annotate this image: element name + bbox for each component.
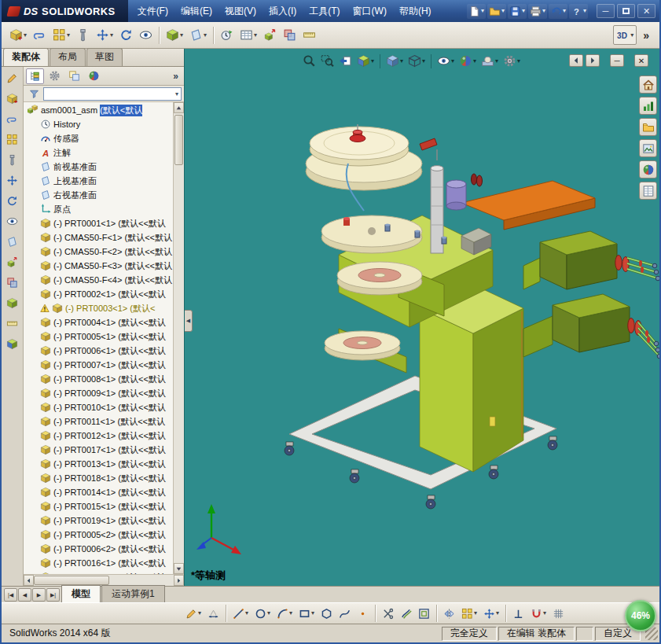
featuremanager-tab[interactable] bbox=[26, 68, 44, 84]
solidworks-resources-tab[interactable] bbox=[639, 75, 657, 94]
section-view-button[interactable] bbox=[4, 336, 21, 352]
last-tab-button[interactable]: ▶| bbox=[46, 588, 60, 602]
tree-root-item[interactable]: asm0001_asm (默认<默认 bbox=[24, 103, 173, 117]
smart-fasteners-button[interactable] bbox=[74, 26, 92, 44]
tree-item[interactable]: (-) PRT0011<1> (默认<<默认 bbox=[24, 414, 173, 429]
linear-component-pattern-button[interactable]: ▾ bbox=[50, 26, 72, 44]
new-document-button[interactable]: ▾ bbox=[467, 4, 486, 19]
move-component-button[interactable]: ▾ bbox=[94, 26, 116, 44]
tree-item[interactable]: 右视基准面 bbox=[24, 188, 173, 202]
tree-item[interactable]: 传感器 bbox=[24, 131, 173, 145]
tree-item[interactable]: (-) PRT0006<1> (默认<<默认 bbox=[24, 344, 173, 358]
mate-button[interactable] bbox=[31, 26, 49, 44]
orange-plate[interactable] bbox=[461, 181, 595, 230]
measure-button[interactable] bbox=[300, 26, 318, 44]
move-entities-button[interactable]: ▾ bbox=[481, 605, 501, 622]
tree-item[interactable]: (-) PRT0005<2> (默认<<默认 bbox=[24, 528, 173, 542]
menu-help[interactable]: 帮助(H) bbox=[393, 2, 438, 21]
tree-item[interactable]: (-) PRT0012<1> (默认<<默认 bbox=[24, 429, 173, 443]
tree-item[interactable]: (-) PRT0016<2> (默认<<默认 bbox=[24, 570, 173, 574]
next-tab-button[interactable]: ▶ bbox=[32, 588, 46, 602]
scroll-thumb[interactable] bbox=[34, 576, 109, 585]
right-lower-assembly[interactable] bbox=[523, 294, 659, 359]
tree-item[interactable]: (-) PRT0014<1> (默认<<默认 bbox=[24, 485, 173, 499]
menu-window[interactable]: 窗口(W) bbox=[347, 2, 393, 21]
tree-item[interactable]: (-) PRT0009<1> (默认<<默认 bbox=[24, 386, 173, 400]
filter-input[interactable]: ▾ bbox=[43, 87, 182, 101]
menu-file[interactable]: 文件(F) bbox=[131, 2, 174, 21]
tree-item[interactable]: (-) PRT0001<1> (默认<<默认 bbox=[24, 216, 173, 230]
scroll-track[interactable] bbox=[109, 575, 174, 586]
open-document-button[interactable]: ▾ bbox=[487, 4, 506, 19]
zoom-to-area-button[interactable] bbox=[319, 53, 336, 69]
close-document-button[interactable]: ✕ bbox=[634, 54, 648, 67]
arc-button[interactable]: ▾ bbox=[274, 605, 295, 622]
tree-vertical-scrollbar[interactable] bbox=[173, 102, 184, 574]
tab-motion-study[interactable]: 运动算例1 bbox=[101, 585, 165, 602]
print-button[interactable]: ▾ bbox=[528, 4, 547, 19]
tree-item[interactable]: (-) PRT0002<1> (默认<<默认 bbox=[24, 287, 173, 301]
edit-component-button[interactable] bbox=[4, 70, 21, 86]
scroll-left-icon[interactable] bbox=[24, 575, 34, 586]
tab-layout[interactable]: 布局 bbox=[50, 48, 86, 66]
tab-sketch[interactable]: 草图 bbox=[86, 48, 123, 66]
tab-model[interactable]: 模型 bbox=[61, 585, 101, 602]
insert-components-button[interactable]: + bbox=[4, 90, 21, 107]
scroll-right-icon[interactable] bbox=[174, 575, 184, 586]
minimize-button[interactable]: ─ bbox=[597, 4, 615, 18]
edit-appearance-button[interactable]: ▾ bbox=[457, 53, 478, 69]
close-button[interactable]: ✕ bbox=[637, 4, 655, 18]
tree-item[interactable]: (-) PRT0015<1> (默认<<默认 bbox=[24, 499, 173, 513]
sketch-button[interactable]: ▾ bbox=[183, 605, 204, 622]
coil-spool-lower[interactable] bbox=[325, 329, 406, 373]
linear-sketch-pattern-button[interactable]: ▾ bbox=[459, 605, 479, 622]
view-settings-button[interactable]: ▾ bbox=[501, 53, 522, 69]
middle-disc[interactable] bbox=[321, 215, 422, 253]
menu-edit[interactable]: 编辑(E) bbox=[174, 2, 218, 21]
tree-item[interactable]: (-) CMAS50-F<2> (默认<<默认 bbox=[24, 245, 173, 259]
circle-button[interactable]: ▾ bbox=[252, 605, 273, 622]
tree-item[interactable]: (-) PRT0004<1> (默认<<默认 bbox=[24, 315, 173, 329]
bill-of-materials-button[interactable]: ▾ bbox=[237, 26, 259, 44]
tab-assembly[interactable]: 装配体 bbox=[3, 48, 49, 66]
design-library-tab[interactable] bbox=[639, 97, 657, 115]
tree-item[interactable]: (-) PRT0019<1> (默认<<默认 bbox=[24, 513, 173, 528]
tree-item[interactable]: (-) PRT0013<1> (默认<<默认 bbox=[24, 457, 173, 471]
configurationmanager-tab[interactable] bbox=[65, 68, 83, 84]
smart-dimension-button[interactable] bbox=[205, 605, 222, 622]
show-hidden-components-button[interactable] bbox=[137, 26, 155, 44]
tree-item[interactable]: A注解 bbox=[24, 145, 173, 160]
insert-components-button[interactable]: +▾ bbox=[7, 26, 29, 44]
offset-entities-button[interactable] bbox=[416, 605, 432, 622]
view-palette-tab[interactable] bbox=[639, 139, 657, 157]
toolbar-overflow-button[interactable]: » bbox=[637, 29, 655, 42]
tree-item[interactable]: (-) CMAS50-F<4> (默认<<默认 bbox=[24, 273, 173, 287]
point-button[interactable] bbox=[354, 605, 371, 622]
panel-splitter-handle[interactable]: ◀ bbox=[184, 310, 193, 332]
tree-item[interactable]: (-) PRT0005<1> (默认<<默认 bbox=[24, 329, 173, 344]
previous-view-button[interactable] bbox=[337, 53, 354, 69]
rotate-component-button[interactable] bbox=[117, 26, 135, 44]
undo-button[interactable]: ▾ bbox=[549, 4, 567, 19]
menu-view[interactable]: 视图(V) bbox=[218, 2, 263, 21]
zoom-to-fit-button[interactable] bbox=[301, 53, 318, 69]
tile-left-button[interactable] bbox=[569, 54, 583, 67]
dimxpertmanager-tab[interactable] bbox=[85, 68, 103, 84]
file-explorer-tab[interactable] bbox=[639, 118, 657, 136]
tree-item[interactable]: 上视基准面 bbox=[24, 174, 173, 188]
trim-entities-button[interactable] bbox=[380, 605, 396, 622]
filter-button[interactable] bbox=[26, 87, 42, 101]
tree-item[interactable]: (-) PRT0010<1> (默认<<默认 bbox=[24, 400, 173, 414]
maximize-button[interactable] bbox=[617, 4, 635, 18]
minimize-document-button[interactable]: ─ bbox=[610, 54, 624, 67]
mate-button[interactable] bbox=[4, 111, 21, 127]
apply-scene-button[interactable]: ▾ bbox=[479, 53, 500, 69]
tree-item[interactable]: (-) CMAS50-F<3> (默认<<默认 bbox=[24, 259, 173, 273]
polygon-button[interactable] bbox=[318, 605, 335, 622]
show-hide-components-button[interactable] bbox=[4, 213, 21, 230]
scroll-up-icon[interactable] bbox=[174, 102, 184, 113]
display-relations-button[interactable] bbox=[510, 605, 527, 622]
graphics-area[interactable]: ▾▾▾▾▾▾▾ ─✕ ◀ *等轴测 bbox=[184, 49, 659, 586]
component-pattern-button[interactable] bbox=[4, 131, 21, 148]
tree-item[interactable]: (-) PRT0018<1> (默认<<默认 bbox=[24, 471, 173, 485]
